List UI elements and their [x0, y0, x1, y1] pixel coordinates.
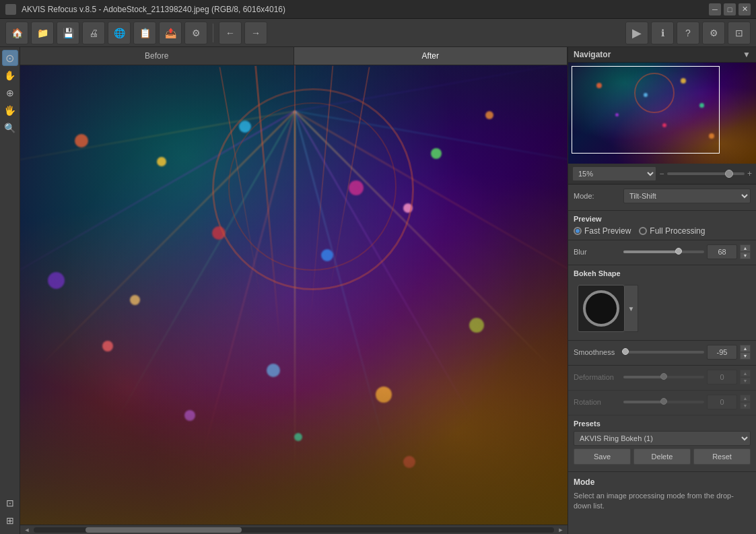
fast-preview-option[interactable]: Fast Preview — [574, 226, 631, 236]
full-processing-option[interactable]: Full Processing — [639, 226, 705, 236]
deformation-slider-thumb — [660, 373, 667, 380]
home-button[interactable]: 🏠 — [5, 22, 28, 44]
tool-pan[interactable]: 🖐 — [2, 102, 18, 119]
save-file-button[interactable]: 💾 — [57, 22, 79, 44]
fast-preview-radio[interactable] — [574, 227, 582, 235]
preview-title: Preview — [574, 215, 751, 223]
blur-label: Blur — [574, 248, 621, 256]
bottom-tool-1[interactable]: ⊡ — [2, 495, 18, 511]
deformation-slider — [623, 376, 704, 378]
deformation-spin: ▲ ▼ — [740, 370, 751, 385]
zoom-slider-thumb[interactable] — [725, 170, 733, 178]
blur-slider-thumb[interactable] — [675, 248, 682, 255]
tab-after[interactable]: After — [294, 47, 568, 65]
bokeh-dropdown-button[interactable]: ▼ — [625, 285, 638, 332]
deformation-spin-up: ▲ — [740, 370, 751, 377]
scroll-left-arrow[interactable]: ◄ — [22, 525, 32, 535]
blur-spin-down[interactable]: ▼ — [740, 252, 751, 259]
rotation-value: 0 — [707, 395, 737, 409]
presets-select[interactable]: AKVIS Ring Bokeh (1) Circle Bokeh Soft B… — [574, 431, 751, 446]
smoothness-spin-down[interactable]: ▼ — [740, 352, 751, 360]
tool-zoom[interactable]: 🔍 — [2, 120, 18, 136]
rotation-row: Rotation 0 ▲ ▼ — [574, 395, 751, 409]
close-button[interactable]: ✕ — [738, 3, 751, 15]
canvas-area: Before After — [20, 47, 568, 534]
run-button[interactable]: ▶ — [625, 22, 648, 44]
open-button[interactable]: 📁 — [31, 22, 54, 44]
blur-spin-up[interactable]: ▲ — [740, 244, 751, 252]
smoothness-row: Smoothness -95 ▲ ▼ — [574, 345, 751, 360]
main-toolbar: 🏠 📁 💾 🖨 🌐 📋 📤 ⚙ ← → ▶ ℹ ? ⚙ ⊡ — [0, 19, 756, 47]
share-button[interactable]: 🌐 — [108, 22, 131, 44]
scroll-thumb[interactable] — [85, 527, 242, 533]
help-button[interactable]: ? — [677, 22, 699, 44]
smoothness-spin-up[interactable]: ▲ — [740, 345, 751, 352]
help-text: Select an image processing mode from the… — [574, 491, 751, 512]
blur-section: Blur 68 ▲ ▼ — [568, 240, 756, 265]
batch-button[interactable]: 📋 — [133, 22, 156, 44]
tool-crop[interactable]: ⊕ — [2, 85, 18, 101]
tab-before[interactable]: Before — [20, 47, 294, 65]
rotation-spin: ▲ ▼ — [740, 395, 751, 409]
horizontal-scrollbar[interactable]: ◄ ► — [20, 525, 568, 534]
bokeh-shape-preview — [578, 285, 625, 332]
deformation-label: Deformation — [574, 373, 621, 381]
zoom-select[interactable]: 15% 5% 10% 25% 50% 100% — [572, 166, 656, 181]
presets-save-button[interactable]: Save — [574, 448, 631, 465]
bottom-tool-2[interactable]: ⊞ — [2, 512, 18, 529]
window-controls[interactable]: ─ □ ✕ — [709, 3, 751, 15]
deformation-row: Deformation 0 ▲ ▼ — [574, 370, 751, 385]
minimize-button[interactable]: ─ — [709, 3, 721, 15]
compare-button[interactable]: ⊡ — [728, 22, 751, 44]
settings-tb-button[interactable]: ⚙ — [184, 22, 207, 44]
navigator-thumbnail — [568, 63, 756, 164]
tool-select[interactable]: ✋ — [2, 67, 18, 84]
maximize-button[interactable]: □ — [724, 3, 736, 15]
zoom-slider[interactable] — [667, 172, 745, 175]
bokeh-section: Bokeh Shape ▼ — [568, 265, 756, 341]
mode-select[interactable]: Tilt-Shift Iris Blur Radial Blur — [623, 189, 751, 203]
zoom-out-icon[interactable]: − — [659, 169, 664, 178]
bokeh-circle — [583, 290, 619, 327]
scroll-track[interactable] — [34, 527, 554, 533]
presets-reset-button[interactable]: Reset — [693, 448, 751, 465]
smoothness-slider[interactable] — [623, 351, 704, 354]
deformation-value: 0 — [707, 370, 737, 385]
navigator-collapse-icon[interactable]: ▼ — [743, 50, 751, 59]
smoothness-value[interactable]: -95 — [707, 345, 737, 360]
rotation-slider — [623, 401, 704, 403]
smoothness-slider-thumb[interactable] — [622, 348, 629, 355]
prefs-button[interactable]: ⚙ — [702, 22, 725, 44]
presets-delete-button[interactable]: Delete — [633, 448, 691, 465]
full-processing-label: Full Processing — [650, 226, 705, 236]
toolbar-separator — [213, 24, 213, 42]
toolbar-right: ▶ ℹ ? ⚙ ⊡ — [625, 22, 751, 44]
rotation-label: Rotation — [574, 398, 621, 406]
smoothness-spin: ▲ ▼ — [740, 345, 751, 360]
print-button[interactable]: 🖨 — [82, 22, 105, 44]
navigator-header: Navigator ▼ — [568, 47, 756, 63]
full-processing-radio[interactable] — [639, 227, 647, 235]
image-viewport[interactable] — [20, 65, 568, 525]
window-title: AKVIS Refocus v.8.5 - AdobeStock_2113982… — [22, 5, 285, 14]
blur-slider[interactable] — [623, 251, 704, 253]
blur-slider-fill — [623, 251, 679, 253]
deformation-spin-down: ▼ — [740, 377, 751, 385]
zoom-in-icon[interactable]: + — [747, 169, 752, 178]
fast-preview-label: Fast Preview — [584, 226, 631, 236]
scroll-right-arrow[interactable]: ► — [555, 525, 566, 535]
help-title: Mode — [574, 477, 751, 487]
rotation-spin-up: ▲ — [740, 395, 751, 402]
tool-circle[interactable]: ⊙ — [2, 50, 18, 66]
deformation-section: Deformation 0 ▲ ▼ — [568, 366, 756, 391]
view-tabs: Before After — [20, 47, 568, 65]
bokeh-title: Bokeh Shape — [574, 269, 751, 277]
redo-button[interactable]: → — [244, 22, 267, 44]
blur-value[interactable]: 68 — [707, 244, 737, 259]
export-button[interactable]: 📤 — [159, 22, 182, 44]
info-button[interactable]: ℹ — [651, 22, 674, 44]
smoothness-label: Smoothness — [574, 348, 621, 356]
presets-row: AKVIS Ring Bokeh (1) Circle Bokeh Soft B… — [574, 431, 751, 446]
undo-button[interactable]: ← — [219, 22, 242, 44]
right-panel: Navigator ▼ 15% 5% 10% 25% 50% — [568, 47, 756, 534]
